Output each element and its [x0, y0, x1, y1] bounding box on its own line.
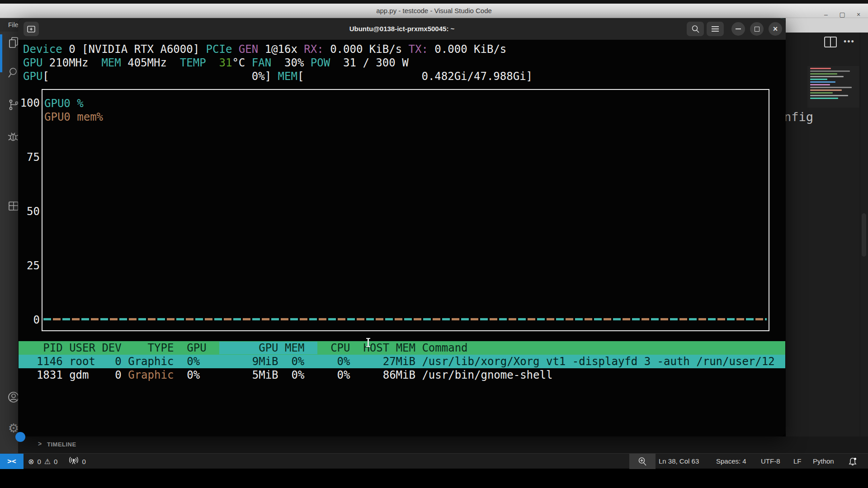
warnings-count: 0: [54, 458, 57, 465]
vscode-titlebar[interactable]: app.py - testcode - Visual Studio Code –…: [0, 4, 868, 18]
minimize-icon: [736, 28, 741, 29]
legend-gpu-percent: GPU0 %: [44, 97, 84, 110]
chart-zero-series-line: [43, 318, 767, 320]
timeline-section-header[interactable]: TIMELINE: [47, 441, 76, 448]
screen: app.py - testcode - Visual Studio Code –…: [0, 0, 868, 488]
warning-icon: ⚠: [44, 457, 51, 466]
maximize-icon: [755, 27, 760, 32]
close-icon: ×: [773, 25, 778, 33]
process-table-header[interactable]: PID USER DEV TYPE GPU GPU MEM CPU HOST M…: [19, 341, 785, 355]
y-tick-50: 50: [19, 205, 40, 218]
editor-area: ••• nfig: [786, 33, 868, 436]
titlebar-extension: [786, 18, 868, 33]
sorted-column-highlight: GPU MEM: [219, 342, 317, 354]
minimap[interactable]: [807, 66, 859, 108]
bottom-strip: [0, 469, 868, 488]
gpu-device-line: Device 0 [NVIDIA RTX A6000] PCIe GEN 1@1…: [23, 42, 506, 56]
indentation-setting[interactable]: Spaces: 4: [716, 454, 746, 469]
gpu-clocks-line: GPU 210MHz MEM 405MHz TEMP 31°C FAN 30% …: [23, 56, 409, 70]
terminal-window[interactable]: Ubuntu@0138-ict-prxmx50045: ~: [18, 18, 786, 436]
activity-bar: ⚙: [0, 32, 18, 453]
terminal-maximize-button[interactable]: [750, 22, 764, 36]
hamburger-menu-icon[interactable]: [707, 22, 724, 36]
broadcast-icon: [69, 456, 79, 466]
broadcast-count: 0: [82, 458, 85, 465]
encoding-setting[interactable]: UTF-8: [761, 454, 780, 469]
process-row-selected[interactable]: 1146 root 0 Graphic 0% 9MiB 0% 0% 27MiB …: [19, 355, 785, 368]
more-actions-icon[interactable]: •••: [844, 37, 855, 47]
y-tick-0: 0: [19, 313, 40, 327]
mouse-ibeam-cursor: [368, 339, 369, 346]
cursor-position[interactable]: Ln 38, Col 63: [659, 454, 699, 469]
notification-badge: [15, 432, 25, 442]
terminal-minimize-button[interactable]: [731, 22, 745, 36]
y-tick-75: 75: [19, 150, 40, 164]
legend-gpu-mem-percent: GPU0 mem%: [44, 110, 103, 124]
minimap-divider: [860, 33, 860, 436]
status-bar: >< ⊗ 0 ⚠ 0 0 Ln 38, Col 63 Spaces: 4 UTF…: [0, 453, 868, 469]
problems-group[interactable]: ⊗ 0 ⚠ 0 0: [28, 454, 86, 469]
y-tick-25: 25: [19, 259, 40, 272]
y-tick-100: 100: [19, 96, 40, 110]
eol-setting[interactable]: LF: [793, 454, 802, 469]
terminal-search-button[interactable]: [687, 22, 704, 36]
desktop-edge: [0, 0, 868, 4]
process-row[interactable]: 1831 gdm 0 Graphic 0% 5MiB 0% 0% 86MiB /…: [19, 368, 785, 382]
terminal-close-button[interactable]: ×: [769, 22, 782, 36]
terminal-titlebar[interactable]: Ubuntu@0138-ict-prxmx50045: ~: [18, 18, 786, 40]
new-tab-button[interactable]: [24, 22, 39, 36]
chevron-right-icon[interactable]: >: [38, 440, 42, 447]
explorer-panel-row: > TIMELINE: [18, 436, 868, 453]
vscode-window-title: app.py - testcode - Visual Studio Code: [0, 4, 868, 18]
terminal-title: Ubuntu@0138-ict-prxmx50045: ~: [18, 18, 786, 40]
gpu-usage-bars-line: GPU[ 0%] MEM[ 0.482Gi/47.988Gi]: [23, 70, 533, 83]
errors-count: 0: [37, 458, 41, 465]
language-mode[interactable]: Python: [813, 454, 834, 469]
editor-code-fragment: nfig: [784, 110, 813, 124]
split-editor-icon[interactable]: [824, 36, 837, 48]
active-item-indicator: [0, 34, 2, 72]
error-icon: ⊗: [28, 457, 34, 466]
editor-scrollbar[interactable]: [862, 213, 866, 257]
bell-icon[interactable]: [847, 456, 858, 467]
gpu-history-chart: [42, 89, 769, 331]
remote-indicator[interactable]: ><: [0, 454, 24, 469]
zoom-indicator[interactable]: [629, 454, 656, 469]
